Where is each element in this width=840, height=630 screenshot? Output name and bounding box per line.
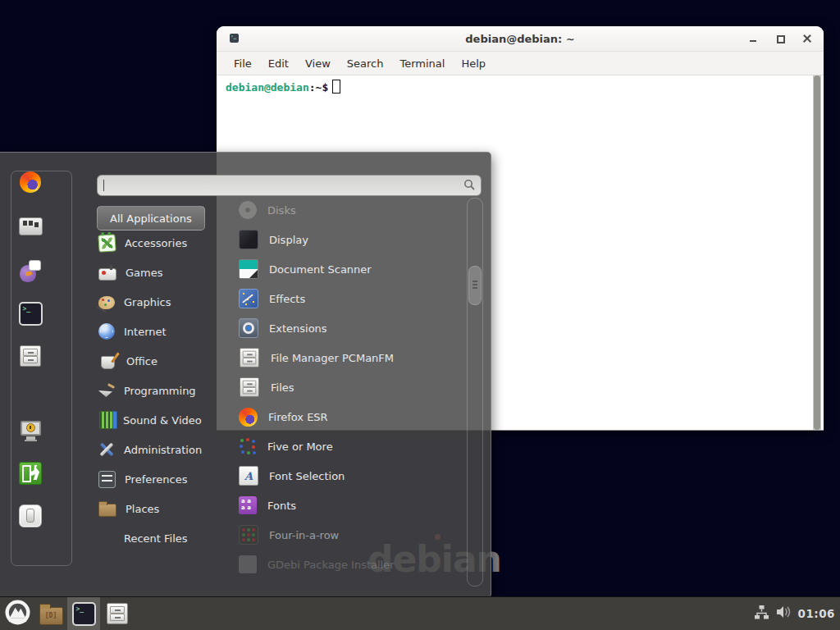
- terminal-scrollbar[interactable]: [813, 75, 821, 430]
- menu-button[interactable]: [0, 597, 34, 630]
- menu-search[interactable]: Search: [340, 55, 391, 72]
- app-item-label: Display: [269, 234, 308, 246]
- volume-icon[interactable]: [776, 605, 792, 622]
- places-folder-icon: [98, 504, 116, 517]
- category-label: Administration: [124, 444, 202, 456]
- four-in-a-row-icon: [239, 525, 258, 545]
- terminal-scrollbar-thumb[interactable]: [814, 75, 820, 430]
- maximize-button[interactable]: [772, 30, 788, 47]
- close-button[interactable]: [799, 30, 815, 47]
- category-all-applications[interactable]: All Applications: [97, 206, 205, 231]
- applications-menu: All Applications Accessories Games Graph…: [0, 152, 491, 598]
- terminal-cursor: [332, 80, 340, 94]
- terminal-window-title: debian@debian: ~: [217, 33, 824, 45]
- terminal-icon: [21, 304, 41, 324]
- desktop: debian debian@debian: ~ File Edit View S…: [0, 0, 840, 630]
- app-item-fonts[interactable]: Fonts: [239, 491, 468, 520]
- taskbar-terminal-window-button[interactable]: [67, 597, 100, 630]
- file-cabinet-icon: [240, 377, 259, 397]
- graphics-icon: [98, 296, 115, 309]
- taskbar-files-window-button[interactable]: [100, 597, 135, 630]
- favorite-control-center-button[interactable]: [19, 215, 42, 238]
- app-item-font-selection[interactable]: Font Selection: [239, 461, 468, 491]
- file-manager-launcher[interactable]: [34, 597, 67, 630]
- category-label: Places: [126, 503, 159, 515]
- file-cabinet-icon: [20, 345, 41, 367]
- terminal-icon: [74, 604, 94, 624]
- extensions-icon: [239, 318, 258, 338]
- category-games[interactable]: Games: [98, 258, 221, 287]
- app-item-firefox-esr[interactable]: Firefox ESR: [239, 402, 468, 431]
- category-sound-video[interactable]: Sound & Video: [98, 405, 221, 435]
- minimize-button[interactable]: [745, 30, 761, 47]
- terminal-window-icon: [230, 34, 239, 43]
- app-item-gdebi-package-installer[interactable]: GDebi Package Installer: [239, 550, 468, 579]
- terminal-menubar: File Edit View Search Terminal Help: [217, 52, 824, 75]
- effects-icon: [239, 289, 258, 308]
- app-item-display[interactable]: Display: [239, 225, 468, 254]
- category-graphics[interactable]: Graphics: [98, 287, 221, 317]
- favorite-files-button[interactable]: [19, 345, 42, 368]
- menu-scrollbar[interactable]: [467, 198, 483, 587]
- search-icon: [463, 179, 476, 194]
- menu-file[interactable]: File: [226, 55, 259, 72]
- category-accessories[interactable]: Accessories: [98, 228, 221, 258]
- favorite-firefox-button[interactable]: [19, 171, 42, 194]
- app-item-document-scanner[interactable]: Document Scanner: [239, 254, 468, 284]
- category-label: Accessories: [125, 237, 187, 249]
- prompt-path-symbol: :~$: [309, 81, 328, 94]
- app-item-label: File Manager PCManFM: [271, 352, 394, 364]
- app-item-extensions[interactable]: Extensions: [239, 313, 468, 343]
- app-item-four-in-a-row[interactable]: Four-in-a-row: [239, 520, 468, 550]
- shut-down-button[interactable]: [19, 504, 42, 527]
- menu-edit[interactable]: Edit: [261, 55, 296, 72]
- menu-help[interactable]: Help: [454, 55, 493, 72]
- preferences-icon: [98, 471, 116, 488]
- games-icon: [98, 268, 116, 281]
- category-label: Recent Files: [124, 532, 188, 545]
- system-tray: 01:06: [754, 597, 840, 630]
- app-item-label: Fonts: [267, 500, 296, 512]
- fonts-icon: [239, 496, 257, 514]
- category-label: Games: [126, 267, 162, 279]
- category-recent-files[interactable]: Recent Files: [98, 523, 247, 553]
- display-icon: [239, 230, 258, 249]
- sound-video-icon: [99, 411, 114, 429]
- category-office[interactable]: Office: [98, 346, 221, 376]
- app-item-label: Effects: [269, 293, 305, 305]
- app-item-disks[interactable]: Disks: [239, 195, 468, 225]
- text-caret: [103, 180, 104, 191]
- font-selection-icon: [239, 466, 258, 486]
- app-item-five-or-more[interactable]: Five or More: [239, 431, 468, 461]
- lock-screen-button[interactable]: [19, 419, 42, 442]
- category-preferences[interactable]: Preferences: [98, 464, 221, 494]
- search-input[interactable]: [97, 175, 482, 196]
- clock[interactable]: 01:06: [798, 607, 835, 620]
- firefox-icon: [20, 171, 41, 193]
- category-administration[interactable]: Administration: [98, 435, 221, 464]
- category-places[interactable]: Places: [98, 494, 221, 523]
- taskbar: 01:06: [0, 596, 840, 630]
- terminal-titlebar[interactable]: debian@debian: ~: [217, 26, 824, 52]
- menu-scrollbar-thumb[interactable]: [468, 266, 482, 305]
- network-icon[interactable]: [754, 605, 769, 623]
- app-item-file-manager-pcmanfm[interactable]: File Manager PCManFM: [239, 343, 468, 372]
- favorite-terminal-button[interactable]: [19, 302, 42, 325]
- app-item-files[interactable]: Files: [239, 372, 468, 402]
- programming-icon: [98, 382, 115, 399]
- menu-logo-icon: [5, 600, 30, 628]
- app-item-label: Font Selection: [269, 470, 345, 482]
- menu-view[interactable]: View: [298, 55, 338, 72]
- log-out-button[interactable]: [19, 462, 42, 485]
- category-label: Internet: [124, 326, 167, 338]
- category-programming[interactable]: Programming: [98, 376, 221, 405]
- app-item-label: Files: [271, 381, 294, 394]
- app-item-effects[interactable]: Effects: [239, 284, 468, 313]
- favorite-pidgin-button[interactable]: [19, 259, 42, 282]
- category-internet[interactable]: Internet: [98, 317, 221, 346]
- accessories-icon: [98, 234, 116, 252]
- category-label: Programming: [124, 385, 196, 397]
- menu-terminal[interactable]: Terminal: [392, 55, 452, 72]
- gdebi-icon: [239, 555, 257, 573]
- pidgin-icon: [20, 260, 41, 282]
